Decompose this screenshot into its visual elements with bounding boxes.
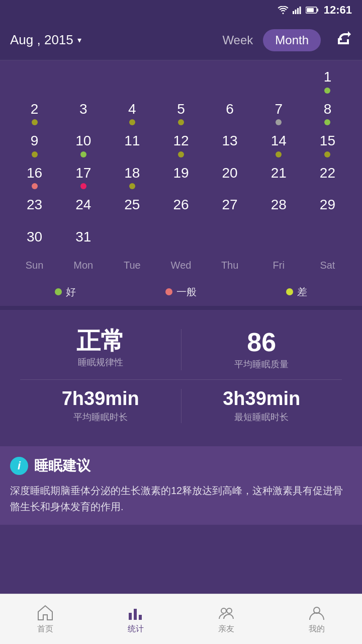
calendar-day[interactable]: 5 (156, 98, 205, 128)
svg-rect-9 (139, 615, 142, 620)
day-number: 28 (271, 196, 287, 213)
calendar-day[interactable]: 25 (108, 193, 156, 223)
calendar-day[interactable]: 19 (156, 162, 205, 192)
calendar-day[interactable]: 14 (254, 129, 303, 159)
stats-row-1: 正常 睡眠规律性 86 平均睡眠质量 (20, 320, 342, 380)
day-number: 14 (271, 132, 287, 149)
legend-good: 好 (55, 285, 76, 299)
nav-stats-label: 统计 (128, 624, 144, 634)
svg-rect-2 (297, 8, 299, 14)
day-number: 10 (75, 132, 91, 149)
calendar-day[interactable]: 10 (59, 129, 108, 159)
legend-good-dot (55, 288, 62, 295)
calendar-day[interactable]: 15 (303, 129, 352, 159)
nav-home[interactable]: 首页 (36, 604, 54, 634)
day-header-sun: Sun (10, 258, 59, 273)
stats-section: 正常 睡眠规律性 86 平均睡眠质量 7h39min 平均睡眠时长 3h39mi… (0, 310, 362, 442)
legend: 好 一般 差 (0, 278, 362, 306)
calendar-day[interactable]: 23 (10, 193, 59, 223)
calendar-day[interactable]: 21 (254, 162, 303, 192)
calendar-day[interactable]: 1 (303, 65, 352, 96)
svg-rect-1 (295, 10, 296, 14)
day-number: 5 (177, 101, 185, 118)
status-bar: 12:61 (0, 0, 362, 20)
calendar-day (156, 225, 205, 256)
day-dot (129, 183, 135, 189)
day-dot (80, 183, 86, 189)
calendar-grid: 1234567891011121314151617181920212223242… (10, 65, 352, 256)
day-number: 11 (124, 132, 140, 149)
day-dot (276, 119, 282, 125)
day-dot (178, 151, 184, 157)
calendar-day[interactable]: 17 (59, 162, 108, 192)
day-dot (32, 119, 38, 125)
calendar-day[interactable]: 30 (10, 225, 59, 256)
tab-month[interactable]: Month (263, 29, 321, 51)
calendar-day[interactable]: 3 (59, 98, 108, 128)
svg-rect-0 (293, 11, 294, 14)
calendar-day[interactable]: 24 (59, 193, 108, 223)
day-header-sat: Sat (303, 258, 352, 273)
svg-rect-8 (134, 609, 137, 620)
nav-stats[interactable]: 统计 (127, 604, 145, 634)
calendar-day[interactable]: 31 (59, 225, 108, 256)
stats-icon (127, 604, 145, 622)
status-icons (278, 6, 319, 14)
day-number: 26 (173, 196, 189, 213)
calendar-day[interactable]: 13 (206, 129, 254, 159)
day-number: 20 (222, 165, 238, 182)
day-dot (324, 88, 330, 94)
day-number: 27 (222, 196, 238, 213)
svg-rect-5 (317, 9, 318, 12)
calendar-day[interactable]: 26 (156, 193, 205, 223)
calendar-day[interactable]: 8 (303, 98, 352, 128)
advice-text: 深度睡眠期脑垂体分泌的生长激素的12释放达到高峰，这种激素具有促进骨骼生长和身体… (10, 482, 352, 515)
calendar-day (108, 65, 156, 96)
day-dot (32, 151, 38, 157)
day-number: 22 (320, 165, 335, 182)
calendar-day[interactable]: 28 (254, 193, 303, 223)
nav-profile[interactable]: 我的 (308, 604, 326, 634)
calendar-day[interactable]: 11 (108, 129, 156, 159)
wifi-icon (278, 6, 289, 14)
stat-min-duration-value: 3h39min (223, 389, 300, 408)
day-number: 13 (222, 132, 238, 149)
tab-week[interactable]: Week (222, 33, 253, 47)
calendar-day[interactable]: 7 (254, 98, 303, 128)
calendar-day[interactable]: 16 (10, 162, 59, 192)
day-dot (80, 151, 86, 157)
day-number: 3 (79, 101, 87, 118)
dropdown-arrow-icon[interactable]: ▾ (77, 35, 81, 45)
stat-avg-duration-label: 平均睡眠时长 (73, 411, 128, 423)
calendar-day[interactable]: 2 (10, 98, 59, 128)
nav-friends[interactable]: 亲友 (217, 604, 235, 634)
calendar-day[interactable]: 6 (206, 98, 254, 128)
calendar-day[interactable]: 22 (303, 162, 352, 192)
date-selector[interactable]: Aug , 2015 ▾ (10, 32, 222, 48)
status-time: 12:61 (324, 4, 352, 17)
calendar-day (254, 225, 303, 256)
section-divider (0, 306, 362, 310)
calendar-day (254, 65, 303, 96)
nav-home-label: 首页 (37, 624, 53, 634)
share-icon[interactable] (336, 30, 352, 50)
day-number: 23 (27, 196, 42, 213)
date-display: Aug , 2015 (10, 32, 73, 48)
day-number: 12 (173, 132, 189, 149)
day-number: 25 (124, 196, 140, 213)
calendar-day[interactable]: 4 (108, 98, 156, 128)
day-dot (276, 151, 282, 157)
legend-bad: 差 (286, 285, 307, 299)
calendar-day[interactable]: 9 (10, 129, 59, 159)
calendar-day[interactable]: 12 (156, 129, 205, 159)
calendar-day[interactable]: 29 (303, 193, 352, 223)
day-number: 8 (324, 101, 332, 118)
info-icon: i (10, 457, 28, 475)
signal-icon (293, 6, 302, 14)
legend-good-label: 好 (66, 285, 76, 299)
calendar-day[interactable]: 20 (206, 162, 254, 192)
calendar-day[interactable]: 18 (108, 162, 156, 192)
calendar-day[interactable]: 27 (206, 193, 254, 223)
day-dot (129, 119, 135, 125)
svg-point-11 (227, 608, 232, 613)
